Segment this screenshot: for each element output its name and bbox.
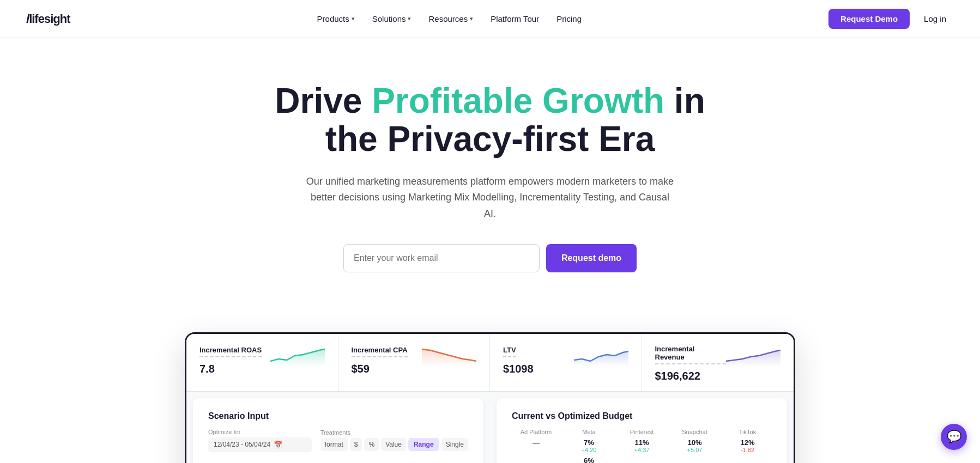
col-meta: Meta	[565, 429, 613, 435]
metric-revenue-value: $196,622	[655, 370, 727, 382]
ap-value: —	[512, 438, 560, 453]
value-label: Value	[381, 438, 406, 451]
metric-cpa: Incremental CPA $59	[338, 334, 491, 391]
login-button[interactable]: Log in	[916, 9, 954, 29]
metrics-row: Incremental ROAS 7.8	[186, 334, 794, 392]
roas-chart	[270, 345, 325, 367]
metric-roas: Incremental ROAS 7.8	[186, 334, 338, 391]
snapchat-value: 10% +5.07	[670, 438, 719, 453]
hero-request-demo-button[interactable]: Request demo	[546, 244, 637, 272]
nav-links: Products ▾ Solutions ▾ Resources ▾ Platf…	[310, 10, 589, 28]
format-label: format	[320, 438, 348, 451]
col-ad-platform: Ad Platform	[512, 429, 560, 435]
single-label: Single	[441, 438, 468, 451]
tiktok2-value: 6% +2.93	[565, 456, 613, 463]
scenario-panel: Scenario Input Optimize for 12/04/23 - 0…	[193, 398, 483, 463]
hero-subtitle: Our unified marketing measurements platf…	[305, 174, 675, 222]
metric-cpa-value: $59	[352, 363, 408, 375]
date-range: 12/04/23 - 05/04/24	[214, 441, 270, 448]
col-snapchat: Snapchat	[670, 429, 719, 435]
range-badge[interactable]: Range	[408, 438, 439, 451]
scenario-title: Scenario Input	[208, 411, 468, 421]
ap-value2	[512, 456, 560, 463]
chevron-down-icon: ▾	[408, 15, 411, 22]
dashboard-preview: Incremental ROAS 7.8	[185, 332, 795, 463]
nav-platform-tour[interactable]: Platform Tour	[483, 10, 547, 28]
chevron-down-icon: ▾	[352, 15, 355, 22]
budget-title: Current vs Optimized Budget	[512, 411, 772, 421]
calendar-icon: 📅	[274, 441, 282, 449]
email-input[interactable]	[343, 244, 540, 272]
bottom-section: Scenario Input Optimize for 12/04/23 - 0…	[186, 392, 794, 463]
col-tiktok: TikTok	[723, 429, 772, 435]
nav-solutions[interactable]: Solutions ▾	[365, 10, 419, 28]
request-demo-button[interactable]: Request Demo	[828, 9, 910, 29]
optimize-label: Optimize for	[208, 429, 312, 435]
metric-revenue-label: Incremental Revenue	[655, 345, 727, 364]
dollar-symbol: $	[350, 438, 362, 451]
treatments-label: Treatments	[320, 429, 468, 436]
meta-value: 7% +4.20	[565, 438, 613, 453]
pinterest-value: 11% +4.37	[618, 438, 666, 453]
metric-cpa-label: Incremental CPA	[352, 346, 408, 357]
metric-revenue: Incremental Revenue $196,622	[642, 334, 794, 391]
dashboard-wrapper: Incremental ROAS 7.8	[174, 332, 806, 463]
metric-roas-label: Incremental ROAS	[199, 346, 262, 357]
percent-symbol: %	[364, 438, 379, 451]
revenue-chart	[726, 345, 781, 367]
metric-ltv-label: LTV	[503, 346, 516, 357]
hero-form: Request demo	[11, 244, 969, 272]
navbar: llifesight Products ▾ Solutions ▾ Resour…	[0, 0, 980, 38]
metric-roas-value: 7.8	[199, 363, 262, 375]
hero-title: Drive Profitable Growth in the Privacy-f…	[245, 82, 735, 159]
nav-resources[interactable]: Resources ▾	[421, 10, 481, 28]
col-pinterest: Pinterest	[618, 429, 666, 435]
nav-actions: Request Demo Log in	[828, 9, 954, 29]
hero-section: Drive Profitable Growth in the Privacy-f…	[0, 38, 980, 332]
ltv-chart	[574, 345, 628, 367]
logo[interactable]: llifesight	[26, 12, 70, 26]
chat-icon: 💬	[947, 430, 961, 444]
metric-ltv-value: $1098	[503, 363, 534, 375]
tiktok-value: 12% -1.82	[723, 438, 772, 453]
chat-widget[interactable]: 💬	[941, 424, 967, 450]
metric-ltv: LTV $1098	[490, 334, 642, 391]
cpa-chart	[422, 345, 476, 367]
chevron-down-icon: ▾	[470, 15, 473, 22]
budget-panel: Current vs Optimized Budget Ad Platform …	[497, 398, 787, 463]
nav-products[interactable]: Products ▾	[310, 10, 362, 28]
nav-pricing[interactable]: Pricing	[549, 10, 589, 28]
